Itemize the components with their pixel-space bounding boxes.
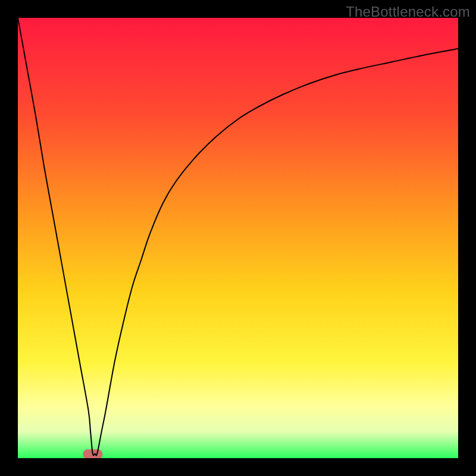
chart-frame: TheBottleneck.com [0, 0, 476, 476]
gradient-background [18, 18, 458, 458]
watermark-text: TheBottleneck.com [346, 4, 470, 20]
bottleneck-chart [18, 18, 458, 458]
plot-area [18, 18, 458, 458]
